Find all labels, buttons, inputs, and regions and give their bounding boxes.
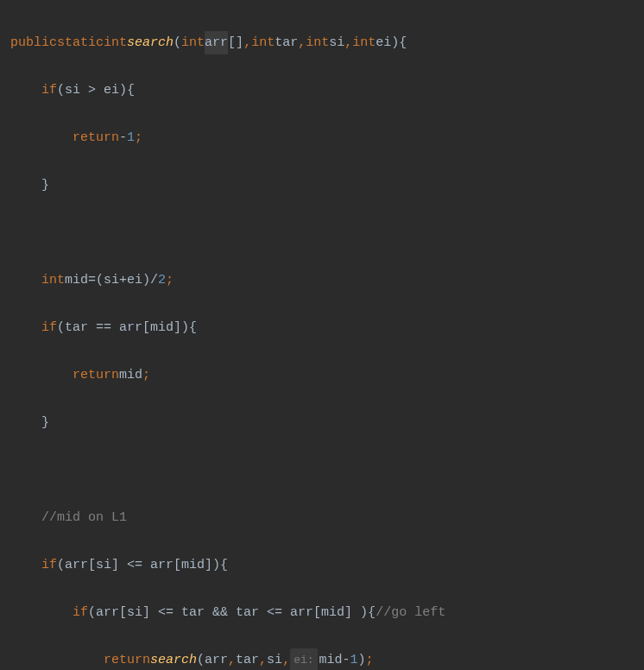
paren: ): [391, 31, 399, 55]
type-int: int: [104, 31, 127, 55]
code-line: if(arr[si] <= arr[mid]) {: [10, 553, 634, 578]
brace: {: [220, 553, 228, 578]
semicolon: ;: [366, 648, 374, 671]
semicolon: ;: [135, 126, 142, 150]
brace: }: [41, 411, 49, 435]
comment: //go left: [376, 601, 445, 625]
comment: //mid on L1: [41, 506, 127, 530]
comma: ,: [243, 31, 251, 55]
code-line-empty: [10, 458, 634, 483]
keyword-static: static: [57, 31, 104, 55]
keyword-if: if: [41, 316, 57, 340]
param-ei: ei: [376, 31, 391, 55]
function-name: search: [127, 31, 174, 55]
comma: ,: [298, 31, 306, 55]
semicolon: ;: [142, 363, 150, 388]
param-hint: ei:: [290, 648, 317, 671]
code-line: return search(arr, tar, si, ei: mid-1);: [10, 648, 634, 671]
minus: -: [119, 126, 127, 150]
paren: (: [174, 31, 181, 55]
code-line: int mid = (si+ei)/2;: [10, 269, 634, 293]
code-line: //mid on L1: [10, 506, 634, 530]
type: int: [41, 269, 65, 293]
paren: (: [57, 316, 65, 340]
function-call: search: [150, 648, 197, 671]
code-line: return mid;: [10, 363, 634, 388]
code-line: }: [10, 411, 634, 435]
code-line: if(tar == arr[mid]) {: [10, 316, 634, 340]
number: 1: [127, 126, 135, 150]
code-line-empty: [10, 221, 634, 245]
comma: ,: [344, 31, 352, 55]
keyword-if: if: [41, 553, 57, 578]
paren: (: [88, 601, 96, 625]
param-si: si: [329, 31, 344, 55]
paren: ): [181, 316, 189, 340]
param-tar: tar: [275, 31, 298, 55]
brace: {: [399, 31, 407, 55]
type: int: [251, 31, 275, 55]
paren: ): [360, 601, 368, 625]
brace: }: [41, 174, 49, 198]
equals: =: [88, 269, 96, 293]
paren: (: [57, 79, 65, 103]
brace: {: [189, 316, 197, 340]
condition: arr[si] <= arr[mid]: [65, 553, 212, 578]
condition: si > ei: [65, 79, 119, 103]
var: mid: [119, 363, 142, 388]
paren: ): [358, 648, 366, 671]
semicolon: ;: [166, 269, 174, 293]
code-line: }: [10, 174, 634, 198]
paren: ): [119, 79, 127, 103]
brackets: []: [228, 31, 243, 55]
keyword-return: return: [104, 648, 150, 671]
code-line: public static int search(int arr[], int …: [10, 31, 634, 55]
condition: tar == arr[mid]: [65, 316, 181, 340]
paren: (: [197, 648, 205, 671]
code-editor[interactable]: public static int search(int arr[], int …: [10, 7, 634, 670]
code-line: if(arr[si] <= tar && tar <= arr[mid] ) {…: [10, 601, 634, 625]
type: int: [306, 31, 329, 55]
paren: ): [212, 553, 220, 578]
code-line: if(si > ei) {: [10, 79, 634, 103]
number: 1: [350, 648, 358, 671]
keyword-if: if: [41, 79, 57, 103]
paren: (: [57, 553, 65, 578]
args: arr: [205, 648, 228, 671]
brace: {: [368, 601, 376, 625]
param-arr: arr: [205, 31, 228, 55]
var-mid: mid: [65, 269, 88, 293]
brace: {: [127, 79, 135, 103]
expr: (si+ei)/: [96, 269, 158, 293]
number: 2: [158, 269, 166, 293]
condition: arr[si] <= tar && tar <= arr[mid]: [96, 601, 360, 625]
keyword-public: public: [10, 31, 57, 55]
keyword-if: if: [73, 601, 88, 625]
keyword-return: return: [73, 126, 119, 150]
type: int: [181, 31, 205, 55]
type: int: [352, 31, 376, 55]
keyword-return: return: [73, 363, 119, 388]
code-line: return -1;: [10, 126, 634, 150]
